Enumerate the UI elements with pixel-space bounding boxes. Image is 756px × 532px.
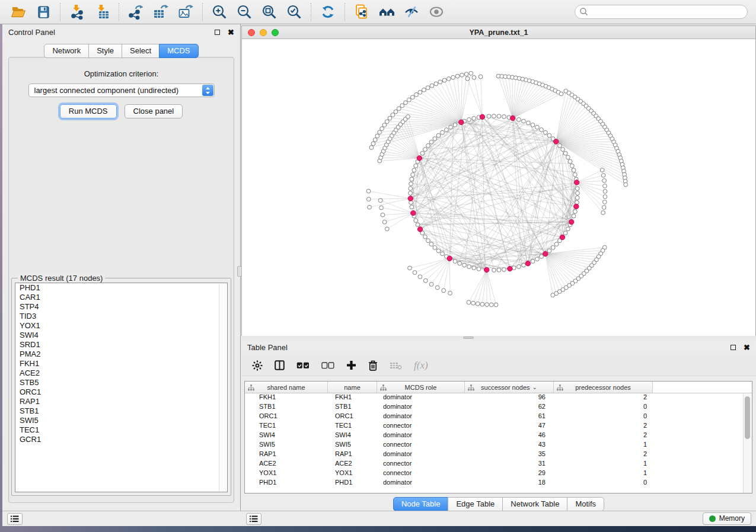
- graph-node[interactable]: [449, 125, 453, 129]
- unselect-all-columns-button[interactable]: [321, 362, 334, 369]
- graph-mcds-node[interactable]: [447, 256, 452, 261]
- graph-node[interactable]: [502, 115, 506, 119]
- graph-leaf-node[interactable]: [397, 107, 401, 111]
- graph-node[interactable]: [433, 246, 437, 250]
- graph-node[interactable]: [547, 133, 551, 137]
- graph-leaf-node[interactable]: [371, 142, 375, 146]
- mcds-result-item[interactable]: YOX1: [15, 321, 227, 331]
- graph-mcds-node[interactable]: [459, 120, 464, 124]
- memory-button[interactable]: Memory: [703, 512, 751, 525]
- graph-node[interactable]: [535, 257, 540, 261]
- graph-leaf-node[interactable]: [414, 92, 419, 97]
- graph-node[interactable]: [433, 137, 437, 141]
- mcds-result-item[interactable]: RAP1: [15, 397, 227, 406]
- mcds-result-item[interactable]: ORC1: [15, 387, 227, 397]
- graph-leaf-node[interactable]: [385, 120, 389, 124]
- graph-leaf-node[interactable]: [464, 72, 468, 76]
- mcds-result-item[interactable]: SWI5: [15, 416, 227, 425]
- graph-leaf-node[interactable]: [476, 302, 480, 306]
- graph-leaf-node[interactable]: [438, 80, 442, 84]
- tab-mcds[interactable]: MCDS: [159, 44, 198, 58]
- graph-node[interactable]: [575, 187, 579, 191]
- graph-leaf-node[interactable]: [379, 206, 384, 210]
- graph-node[interactable]: [423, 148, 428, 152]
- task-history-button[interactable]: [7, 513, 23, 525]
- graph-leaf-node[interactable]: [408, 266, 412, 270]
- minimize-window-icon[interactable]: [260, 29, 267, 36]
- table-row[interactable]: FKH1FKH1dominator962: [245, 393, 752, 403]
- graph-leaf-node[interactable]: [601, 211, 605, 215]
- graph-leaf-node[interactable]: [426, 86, 430, 90]
- graph-leaf-node[interactable]: [551, 293, 555, 297]
- graph-mcds-node[interactable]: [484, 267, 489, 272]
- save-session-button[interactable]: [31, 2, 56, 22]
- graph-node[interactable]: [572, 168, 576, 172]
- mcds-result-item[interactable]: STP4: [15, 302, 227, 312]
- graph-mcds-node[interactable]: [417, 227, 422, 232]
- graph-leaf-node[interactable]: [369, 146, 374, 150]
- column-header-predecessor-nodes[interactable]: predecessor nodes: [554, 382, 653, 393]
- column-header-shared-name[interactable]: shared name: [245, 382, 328, 393]
- graph-node[interactable]: [551, 246, 555, 250]
- graph-mcds-node[interactable]: [560, 235, 564, 239]
- mcds-result-item[interactable]: CAR1: [15, 293, 227, 302]
- graph-leaf-node[interactable]: [378, 198, 382, 203]
- graph-node[interactable]: [411, 172, 415, 177]
- graph-leaf-node[interactable]: [603, 184, 607, 188]
- graph-leaf-node[interactable]: [391, 113, 395, 117]
- graph-node[interactable]: [420, 151, 425, 155]
- new-network-from-selection-button[interactable]: [349, 2, 374, 22]
- table-row[interactable]: ORC1ORC1dominator610: [245, 412, 752, 422]
- export-network-button[interactable]: [123, 2, 148, 22]
- horizontal-splitter-handle[interactable]: [463, 336, 474, 339]
- graph-node[interactable]: [441, 252, 445, 256]
- graph-leaf-node[interactable]: [603, 190, 607, 194]
- graph-leaf-node[interactable]: [602, 206, 606, 210]
- column-header-name[interactable]: name: [328, 382, 377, 393]
- zoom-in-button[interactable]: [207, 2, 232, 22]
- graph-node[interactable]: [467, 265, 471, 269]
- graph-node[interactable]: [570, 164, 574, 168]
- float-panel-icon[interactable]: [215, 30, 220, 35]
- graph-leaf-node[interactable]: [434, 82, 438, 86]
- export-image-button[interactable]: [173, 2, 198, 22]
- graph-node[interactable]: [445, 128, 449, 132]
- search-input[interactable]: [575, 5, 748, 19]
- maximize-window-icon[interactable]: [272, 29, 279, 36]
- graph-leaf-node[interactable]: [446, 77, 451, 81]
- graph-leaf-node[interactable]: [494, 303, 498, 307]
- table-row[interactable]: YOX1YOX1connector291: [245, 469, 752, 479]
- graph-node[interactable]: [522, 263, 526, 267]
- table-row[interactable]: SWI4SWI4dominator462: [245, 431, 752, 441]
- mcds-result-item[interactable]: SWI4: [15, 331, 227, 340]
- float-table-panel-icon[interactable]: [731, 345, 736, 350]
- graph-leaf-node[interactable]: [418, 275, 422, 279]
- graph-node[interactable]: [410, 205, 414, 209]
- graph-leaf-node[interactable]: [455, 74, 460, 78]
- tab-node-table[interactable]: Node Table: [393, 497, 449, 511]
- graph-mcds-node[interactable]: [411, 210, 416, 215]
- graph-leaf-node[interactable]: [423, 278, 428, 283]
- network-canvas[interactable]: [242, 39, 755, 336]
- graph-leaf-node[interactable]: [435, 286, 439, 290]
- tab-network[interactable]: Network: [44, 44, 89, 58]
- mcds-result-item[interactable]: ACE2: [15, 368, 227, 378]
- column-header-mcds-role[interactable]: MCDS role: [377, 382, 465, 393]
- vertical-splitter-handle[interactable]: [237, 266, 242, 277]
- graph-leaf-node[interactable]: [410, 95, 414, 100]
- graph-leaf-node[interactable]: [381, 213, 385, 217]
- graph-leaf-node[interactable]: [430, 84, 434, 88]
- function-builder-button[interactable]: f(x): [414, 360, 428, 371]
- graph-leaf-node[interactable]: [472, 75, 476, 79]
- graph-leaf-node[interactable]: [366, 197, 371, 201]
- graph-node[interactable]: [576, 191, 580, 196]
- graph-node[interactable]: [526, 121, 530, 125]
- mcds-result-item[interactable]: TEC1: [15, 425, 227, 435]
- graph-node[interactable]: [416, 223, 420, 227]
- graph-leaf-node[interactable]: [451, 75, 455, 79]
- show-all-button[interactable]: [424, 2, 449, 22]
- graph-node[interactable]: [535, 125, 540, 129]
- mcds-result-item[interactable]: STB1: [15, 406, 227, 416]
- graph-leaf-node[interactable]: [489, 303, 493, 307]
- graph-leaf-node[interactable]: [366, 189, 371, 193]
